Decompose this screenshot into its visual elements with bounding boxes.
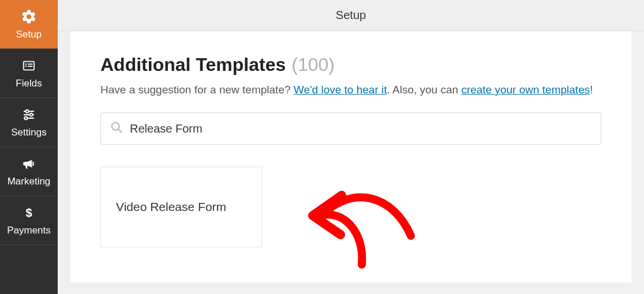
template-card[interactable]: Video Release Form — [100, 167, 262, 247]
sidebar-item-label: Fields — [16, 78, 42, 89]
svg-text:$: $ — [25, 206, 32, 219]
sidebar: Setup Fields Settings Marketing $ Paymen… — [0, 0, 58, 294]
sidebar-item-fields[interactable]: Fields — [0, 49, 58, 98]
suggestion-link[interactable]: We'd love to hear it — [294, 84, 387, 96]
search-box[interactable] — [100, 112, 601, 145]
sidebar-item-marketing[interactable]: Marketing — [0, 147, 58, 196]
sidebar-item-setup[interactable]: Setup — [0, 0, 58, 49]
templates-panel: Additional Templates (100) Have a sugges… — [70, 31, 631, 282]
template-title: Video Release Form — [116, 200, 226, 214]
sliders-icon — [20, 106, 38, 123]
subtitle-text: . Also, you can — [387, 84, 462, 96]
annotation-arrow — [301, 178, 440, 278]
svg-line-13 — [118, 129, 122, 133]
topbar: Setup — [58, 0, 644, 31]
create-templates-link[interactable]: create your own templates — [461, 84, 590, 96]
svg-point-8 — [30, 114, 33, 116]
subtitle-text: Have a suggestion for a new template? — [100, 84, 294, 96]
sidebar-item-settings[interactable]: Settings — [0, 98, 58, 147]
template-count: (100) — [291, 54, 335, 76]
sidebar-item-label: Setup — [16, 29, 42, 40]
sidebar-spacer — [0, 245, 58, 294]
sidebar-item-label: Payments — [7, 225, 51, 236]
search-input[interactable] — [130, 122, 591, 135]
search-icon — [110, 121, 123, 136]
megaphone-icon — [20, 155, 38, 172]
sidebar-item-payments[interactable]: $ Payments — [0, 196, 58, 245]
dollar-icon: $ — [20, 204, 38, 221]
gear-icon — [20, 8, 38, 25]
section-subtitle: Have a suggestion for a new template? We… — [100, 84, 601, 96]
sidebar-item-label: Marketing — [8, 176, 51, 187]
page-title: Setup — [336, 9, 366, 22]
sidebar-item-label: Settings — [11, 127, 46, 138]
subtitle-text: ! — [590, 84, 593, 96]
section-heading: Additional Templates — [100, 54, 286, 76]
svg-point-10 — [25, 117, 28, 120]
svg-point-6 — [26, 110, 29, 113]
list-icon — [20, 57, 38, 74]
